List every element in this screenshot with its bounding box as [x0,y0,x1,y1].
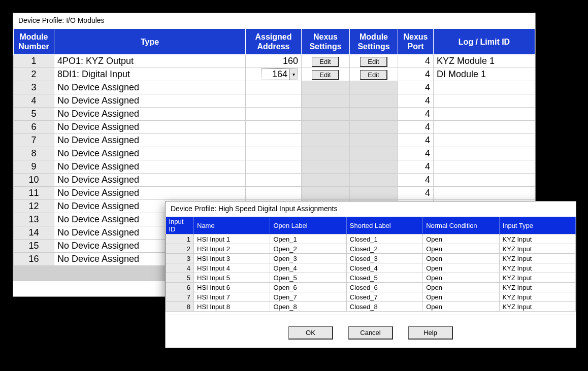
header-nexus-settings: Nexus Settings [302,29,350,55]
hsi-header-row: Input ID Name Open Label Shorted Label N… [166,217,576,234]
cell-module-number: 15 [14,240,54,253]
cell-normal-condition[interactable]: Open [423,244,499,254]
cell-normal-condition[interactable]: Open [423,263,499,273]
cell-assigned-address[interactable]: 160 [246,55,302,68]
cell-open-label[interactable]: Open_1 [270,234,346,244]
cell-input-id: 6 [166,283,194,292]
table-row: 7HSI Input 7Open_7Closed_7OpenKYZ Input [166,292,576,302]
cell-shorted-label[interactable]: Closed_2 [346,244,422,254]
cell-input-type[interactable]: KYZ Input [499,254,575,263]
cell-type[interactable]: No Device Assigned [54,187,246,200]
cell-nexus-port: 4 [398,121,434,134]
cell-name[interactable]: HSI Input 5 [194,273,270,283]
cell-type[interactable]: No Device Assigned [54,108,246,121]
cell-assigned-address [246,108,302,121]
cell-name[interactable]: HSI Input 6 [194,283,270,292]
cell-type[interactable]: No Device Assigned [54,81,246,94]
cell-shorted-label[interactable]: Closed_8 [346,302,422,312]
cell-shorted-label[interactable]: Closed_1 [346,234,422,244]
cell-shorted-label[interactable]: Closed_3 [346,254,422,263]
cell-open-label[interactable]: Open_7 [270,292,346,302]
cell-module-number: 16 [14,253,54,266]
cell-name[interactable]: HSI Input 2 [194,244,270,254]
cell-input-type[interactable]: KYZ Input [499,263,575,273]
edit-nexus-button[interactable]: Edit [312,57,339,67]
cell-nexus-port: 4 [398,134,434,147]
cell-open-label[interactable]: Open_4 [270,263,346,273]
cell-name[interactable]: HSI Input 7 [194,292,270,302]
cell-shorted-label[interactable]: Closed_6 [346,283,422,292]
cell-module-number: 13 [14,213,54,226]
cell-input-type[interactable]: KYZ Input [499,273,575,283]
hsi-assignments-dialog: Device Profile: High Speed Digital Input… [165,201,576,348]
cell-open-label[interactable]: Open_3 [270,254,346,263]
cell-name[interactable]: HSI Input 1 [194,234,270,244]
cell-name[interactable]: HSI Input 8 [194,302,270,312]
cell-open-label[interactable]: Open_8 [270,302,346,312]
cell-nexus-port: 4 [398,68,434,81]
cell-nexus-settings [302,160,350,174]
address-dropdown[interactable]: 164▾ [262,69,298,80]
cell-normal-condition[interactable]: Open [423,283,499,292]
cell-module-settings [350,187,398,200]
edit-module-button[interactable]: Edit [360,70,387,80]
cell-open-label[interactable]: Open_2 [270,244,346,254]
table-row: 6HSI Input 6Open_6Closed_6OpenKYZ Input [166,283,576,292]
cell-nexus-settings [302,121,350,134]
cell-nexus-port: 4 [398,147,434,160]
cell-type[interactable]: 4PO1: KYZ Output [54,55,246,68]
cell-name[interactable]: HSI Input 4 [194,263,270,273]
cell-type[interactable]: 8DI1: Digital Input [54,68,246,81]
cell-log-limit-id [434,108,535,121]
cell-nexus-port: 4 [398,160,434,174]
cell-input-id: 8 [166,302,194,312]
table-row: 8HSI Input 8Open_8Closed_8OpenKYZ Input [166,302,576,312]
cell-normal-condition[interactable]: Open [423,302,499,312]
cell-shorted-label[interactable]: Closed_4 [346,263,422,273]
cell-normal-condition[interactable]: Open [423,254,499,263]
header-normal-condition: Normal Condition [423,217,499,234]
cell-normal-condition[interactable]: Open [423,273,499,283]
table-row: 10No Device Assigned4 [14,174,535,187]
edit-module-button[interactable]: Edit [360,57,387,67]
cell-shorted-label[interactable]: Closed_7 [346,292,422,302]
cell-open-label[interactable]: Open_6 [270,283,346,292]
cell-nexus-settings [302,94,350,108]
cell-input-type[interactable]: KYZ Input [499,302,575,312]
cell-type[interactable]: No Device Assigned [54,134,246,147]
cell-type[interactable]: No Device Assigned [54,147,246,160]
chevron-down-icon[interactable]: ▾ [289,69,298,80]
cell-input-type[interactable]: KYZ Input [499,244,575,254]
cell-type[interactable]: No Device Assigned [54,174,246,187]
cell-type[interactable]: No Device Assigned [54,94,246,108]
help-button[interactable]: Help [408,326,453,340]
cell-shorted-label[interactable]: Closed_5 [346,273,422,283]
cell-assigned-address[interactable]: 164▾ [246,68,302,81]
cell-module-number: 6 [14,121,54,134]
cancel-button[interactable]: Cancel [348,326,393,340]
cell-input-id: 5 [166,273,194,283]
table-row: 5HSI Input 5Open_5Closed_5OpenKYZ Input [166,273,576,283]
cell-assigned-address [246,187,302,200]
cell-normal-condition[interactable]: Open [423,234,499,244]
cell-nexus-settings [302,174,350,187]
cell-input-type[interactable]: KYZ Input [499,234,575,244]
cell-assigned-address [246,160,302,174]
cell-input-type[interactable]: KYZ Input [499,283,575,292]
header-input-type: Input Type [499,217,575,234]
ok-button[interactable]: OK [288,326,333,340]
cell-module-settings [350,160,398,174]
cell-input-type[interactable]: KYZ Input [499,292,575,302]
cell-input-id: 3 [166,254,194,263]
cell-nexus-settings [302,187,350,200]
cell-normal-condition[interactable]: Open [423,292,499,302]
cell-module-number: 14 [14,226,54,240]
cell-name[interactable]: HSI Input 3 [194,254,270,263]
header-input-id: Input ID [166,217,194,234]
header-assigned-address: Assigned Address [246,29,302,55]
cell-log-limit-id [434,81,535,94]
cell-type[interactable]: No Device Assigned [54,121,246,134]
edit-nexus-button[interactable]: Edit [312,70,339,80]
cell-type[interactable]: No Device Assigned [54,160,246,174]
cell-open-label[interactable]: Open_5 [270,273,346,283]
